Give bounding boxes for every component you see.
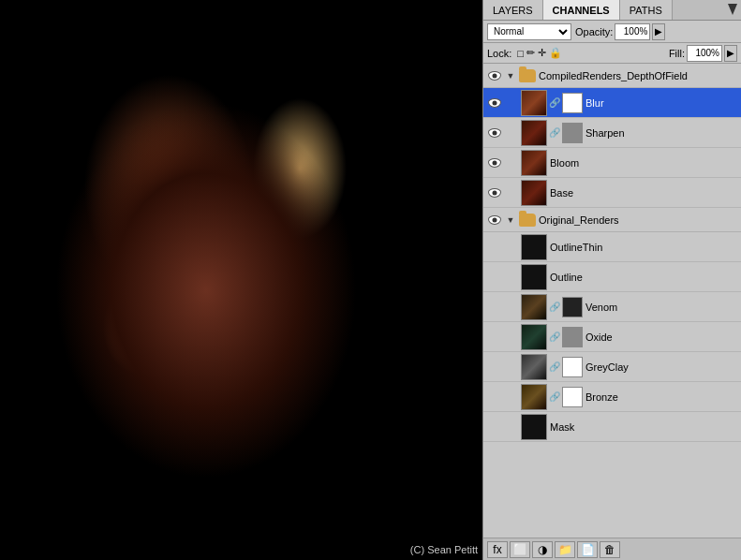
eye-placeholder-mask [487, 420, 502, 435]
layer-mask[interactable]: Mask [483, 412, 741, 442]
thumb-bloom [521, 150, 547, 176]
layer-base-name: Base [550, 187, 737, 199]
new-layer-button[interactable]: 📄 [577, 541, 598, 558]
eye-placeholder-bronze [487, 390, 502, 405]
group-button[interactable]: 📁 [555, 541, 575, 558]
lock-row: Lock: □ ✏ ✛ 🔒 Fill: ▶ [483, 43, 741, 64]
layer-bronze-name: Bronze [585, 391, 737, 403]
mask-greyclay [562, 357, 583, 377]
fx-button[interactable]: fx [487, 541, 508, 558]
tab-layers[interactable]: LAYERS [483, 0, 543, 20]
canvas-area: (C) Sean Petitt [0, 0, 482, 560]
thumb-blur [521, 90, 547, 116]
layer-bronze[interactable]: 🔗 Bronze [483, 382, 741, 412]
fill-input[interactable] [687, 45, 722, 62]
mask-button[interactable]: ⬜ [510, 541, 530, 558]
eye-original[interactable] [487, 213, 502, 228]
lock-icons: □ ✏ ✛ 🔒 [517, 47, 562, 59]
group-compiled-name: CompiledRenders_DepthOfField [539, 70, 737, 81]
layer-bloom-name: Bloom [550, 157, 737, 169]
layer-outline[interactable]: Outline [483, 262, 741, 292]
layer-blur-name: Blur [585, 97, 737, 109]
copyright-text: (C) Sean Petitt [410, 544, 478, 555]
thumb-bronze [521, 384, 547, 410]
thumb-greyclay [521, 354, 547, 380]
link-greyclay: 🔗 [550, 362, 559, 372]
eye-compiled[interactable] [487, 68, 502, 83]
canvas-image [0, 0, 482, 560]
group-original[interactable]: ▼ Original_Renders [483, 208, 741, 232]
opacity-box: Opacity: ▶ [575, 23, 665, 40]
link-venom: 🔗 [550, 302, 559, 312]
thumb-outlinethin [521, 234, 547, 260]
link-oxide: 🔗 [550, 332, 559, 342]
thumb-base [521, 180, 547, 206]
layer-base[interactable]: Base [483, 178, 741, 208]
opacity-input[interactable] [615, 23, 650, 40]
layer-sharpen[interactable]: 🔗 Sharpen [483, 118, 741, 148]
layer-bloom[interactable]: Bloom [483, 148, 741, 178]
layer-oxide[interactable]: 🔗 Oxide [483, 322, 741, 352]
eye-placeholder-greyclay [487, 360, 502, 375]
lock-transparent-icon[interactable]: □ [517, 48, 524, 59]
layers-scroll-area[interactable]: ▼ CompiledRenders_DepthOfField 🔗 Blur [483, 64, 741, 538]
mask-sharpen [562, 123, 583, 143]
eye-placeholder-outline [487, 270, 502, 285]
toolbar-row: Normal Multiply Screen Overlay Opacity: … [483, 21, 741, 43]
eye-placeholder-venom [487, 300, 502, 315]
eye-base[interactable] [487, 185, 502, 200]
fill-box: Fill: ▶ [669, 45, 737, 62]
mask-oxide [562, 327, 583, 347]
eye-bloom[interactable] [487, 155, 502, 170]
tab-channels[interactable]: CHANNELS [543, 0, 620, 20]
mask-blur [562, 93, 583, 113]
svg-marker-0 [728, 4, 737, 15]
thumb-outline [521, 264, 547, 290]
fill-label: Fill: [669, 48, 685, 59]
lock-label: Lock: [487, 48, 511, 59]
opacity-arrow[interactable]: ▶ [652, 23, 665, 40]
eye-sharpen[interactable] [487, 125, 502, 140]
tab-paths[interactable]: PATHS [620, 0, 673, 20]
tab-bar: LAYERS CHANNELS PATHS [483, 0, 741, 21]
layer-oxide-name: Oxide [585, 332, 737, 343]
adjustment-button[interactable]: ◑ [532, 541, 553, 558]
lock-all-icon[interactable]: 🔒 [549, 47, 562, 59]
thumb-sharpen [521, 120, 547, 146]
eye-placeholder-outlinethin [487, 240, 502, 255]
layer-outline-name: Outline [550, 272, 737, 283]
folder-compiled [519, 69, 536, 82]
group-original-name: Original_Renders [539, 214, 737, 226]
layer-venom[interactable]: 🔗 Venom [483, 292, 741, 322]
link-bronze: 🔗 [550, 392, 559, 402]
layer-blur[interactable]: 🔗 Blur [483, 88, 741, 118]
thumb-oxide [521, 324, 547, 350]
layer-mask-name: Mask [550, 421, 737, 433]
folder-original [519, 214, 536, 227]
layer-greyclay[interactable]: 🔗 GreyClay [483, 352, 741, 382]
eye-blur[interactable] [487, 96, 502, 111]
layer-outlinethin[interactable]: OutlineThin [483, 232, 741, 262]
lock-move-icon[interactable]: ✛ [538, 47, 546, 59]
group-compiled[interactable]: ▼ CompiledRenders_DepthOfField [483, 64, 741, 88]
layer-actions: fx ⬜ ◑ 📁 📄 🗑 [483, 538, 741, 560]
eye-placeholder-oxide [487, 330, 502, 345]
link-sharpen: 🔗 [550, 128, 559, 138]
layers-content: ▼ CompiledRenders_DepthOfField 🔗 Blur [483, 64, 741, 538]
opacity-label: Opacity: [575, 26, 613, 37]
fill-arrow[interactable]: ▶ [724, 45, 737, 62]
mask-bronze [562, 387, 583, 407]
lock-paint-icon[interactable]: ✏ [526, 47, 535, 59]
thumb-mask [521, 414, 547, 440]
expand-compiled[interactable]: ▼ [505, 70, 516, 81]
delete-button[interactable]: 🗑 [600, 541, 620, 558]
expand-original[interactable]: ▼ [505, 214, 516, 226]
panels-area: LAYERS CHANNELS PATHS Normal Multiply Sc… [482, 0, 741, 560]
blend-mode-select[interactable]: Normal Multiply Screen Overlay [487, 23, 571, 40]
mask-venom [562, 297, 583, 317]
layer-venom-name: Venom [585, 302, 737, 313]
layer-outlinethin-name: OutlineThin [550, 242, 737, 253]
panel-menu-icon[interactable] [726, 3, 739, 16]
layer-greyclay-name: GreyClay [585, 361, 737, 373]
layer-sharpen-name: Sharpen [585, 127, 737, 139]
